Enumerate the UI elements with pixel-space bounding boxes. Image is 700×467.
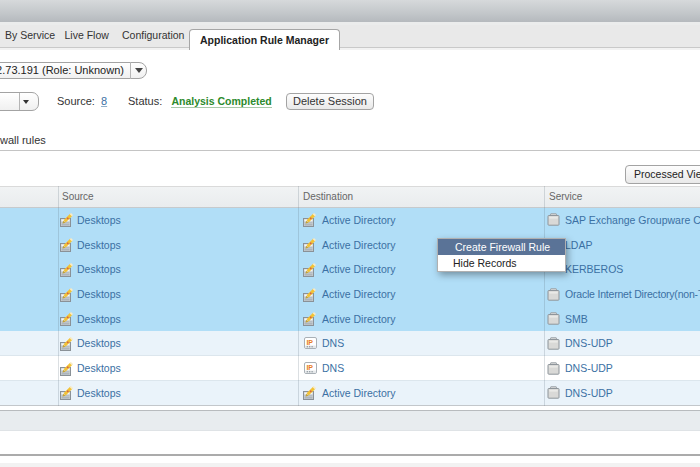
svg-text:IP: IP (306, 339, 313, 346)
svg-text:IP: IP (306, 364, 313, 371)
